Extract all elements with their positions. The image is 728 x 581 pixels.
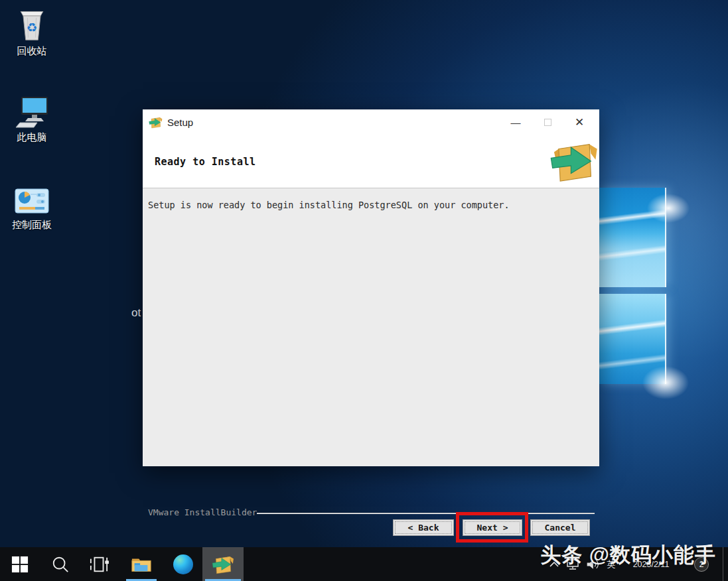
- footer-separator: [257, 513, 595, 514]
- file-explorer-icon: [131, 555, 152, 574]
- action-center-button[interactable]: 2: [690, 547, 713, 581]
- maximize-button[interactable]: [532, 109, 563, 135]
- tray-show-hidden-icons[interactable]: [547, 547, 561, 581]
- notification-badge: 2: [694, 557, 709, 572]
- file-explorer-button[interactable]: [125, 547, 157, 581]
- installer-box-icon: [149, 115, 163, 129]
- maximize-icon: [544, 119, 551, 126]
- desktop-icon-recycle-bin[interactable]: ♻ 回收站: [0, 5, 64, 58]
- partially-hidden-desktop-text: ot: [131, 306, 141, 320]
- start-button[interactable]: [4, 547, 36, 581]
- this-pc-icon: [0, 92, 64, 129]
- wizard-page-heading: Ready to Install: [155, 156, 256, 168]
- tray-ime-indicator[interactable]: 英: [603, 547, 620, 581]
- tray-date: 2023/2/11: [633, 560, 670, 569]
- desktop-icon-control-panel[interactable]: 控制面板: [0, 179, 64, 231]
- tray-network[interactable]: [564, 547, 581, 581]
- chevron-up-icon: [549, 560, 559, 568]
- recycle-bin-icon: ♻: [0, 5, 64, 42]
- back-button[interactable]: < Back: [393, 519, 454, 536]
- desktop-icon-this-pc[interactable]: 此电脑: [0, 92, 64, 144]
- wallpaper-light-haze: [584, 0, 728, 581]
- close-button[interactable]: ✕: [563, 109, 595, 135]
- tray-volume[interactable]: [584, 547, 601, 581]
- network-icon: [566, 558, 579, 570]
- setup-window: Setup — ✕ Ready to Install Setup is now …: [143, 109, 599, 466]
- windows-logo-icon: [11, 556, 29, 573]
- show-desktop-button[interactable]: [723, 547, 728, 581]
- installbuilder-brand: VMware InstallBuilder: [148, 507, 257, 517]
- wallpaper-glow: [642, 366, 689, 399]
- wallpaper-glow: [647, 194, 690, 223]
- task-view-button[interactable]: [83, 547, 115, 581]
- setup-taskbar-button[interactable]: [202, 547, 244, 581]
- edge-browser-button[interactable]: [167, 547, 199, 581]
- svg-text:♻: ♻: [27, 21, 38, 34]
- desktop: ♻ 回收站 此电脑: [0, 0, 728, 581]
- edge-icon: [173, 554, 193, 574]
- next-button[interactable]: Next >: [463, 519, 522, 536]
- installer-box-icon-taskbar: [212, 553, 234, 576]
- wizard-body: Setup is now ready to begin installing P…: [143, 188, 599, 466]
- taskbar-search-button[interactable]: [44, 547, 76, 581]
- control-panel-icon: [0, 179, 64, 216]
- tray-clock[interactable]: 2023/2/11: [624, 547, 678, 581]
- speaker-icon: [586, 558, 599, 570]
- search-icon: [51, 555, 70, 574]
- minimize-button[interactable]: —: [500, 109, 532, 135]
- desktop-icon-label: 此电脑: [0, 131, 64, 144]
- task-view-icon: [89, 555, 109, 574]
- window-title: Setup: [167, 117, 193, 128]
- desktop-icon-label: 控制面板: [0, 219, 64, 231]
- installer-box-icon-large: [549, 136, 599, 186]
- taskbar: 英 2023/2/11 2: [0, 547, 728, 581]
- desktop-icon-label: 回收站: [0, 45, 64, 58]
- install-ready-message: Setup is now ready to begin installing P…: [148, 200, 510, 210]
- cancel-button[interactable]: Cancel: [530, 519, 590, 536]
